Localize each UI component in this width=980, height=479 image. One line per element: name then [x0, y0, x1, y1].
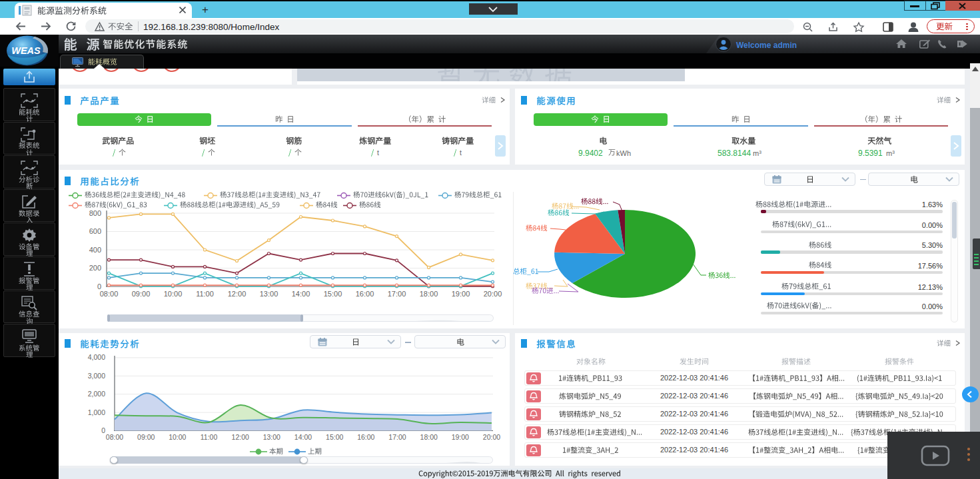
- svg-text:WEAS: WEAS: [11, 45, 41, 56]
